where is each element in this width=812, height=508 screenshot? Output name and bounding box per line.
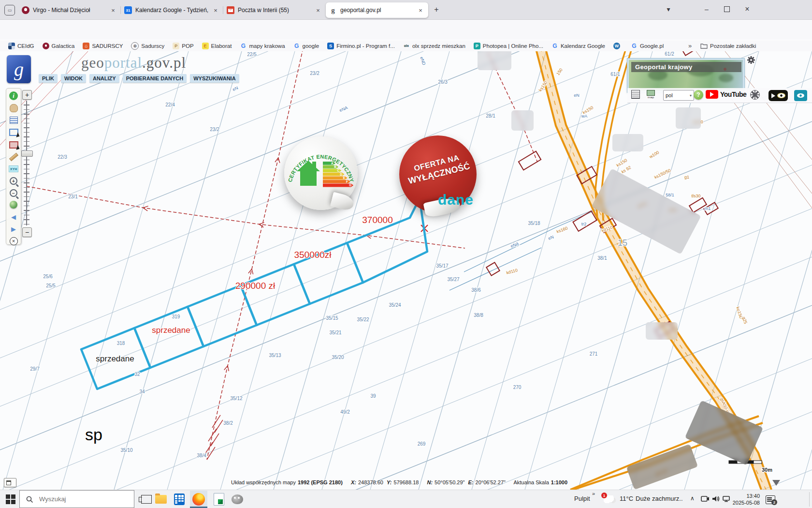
window-close-button[interactable]: × (739, 3, 755, 15)
tab-virgo[interactable]: Virgo - Michał Dzięcioł× (18, 2, 121, 18)
bookmark-item[interactable]: CEIdG (8, 43, 34, 49)
taskbar-search[interactable] (19, 490, 134, 508)
elaborat-favicon: E (202, 43, 209, 49)
grid-icon[interactable] (631, 90, 640, 99)
geoportal-logo[interactable]: g (7, 55, 31, 83)
parcel-label: 38/2 (223, 420, 233, 426)
menu-wyszukiwania[interactable]: WYSZUKIWANIA (190, 74, 239, 83)
parcel-label: 318 (117, 341, 125, 346)
utility-label: eN (232, 85, 239, 92)
show-desktop-button[interactable] (809, 492, 810, 507)
presentation-toggle-button[interactable] (768, 90, 788, 101)
meet-now-icon[interactable] (701, 495, 710, 503)
parcel-label: 271 (590, 351, 598, 357)
zoom-in-icon[interactable]: + (8, 176, 19, 186)
window-minimize-button[interactable]: – (698, 3, 715, 15)
menu-pobieranie-danych[interactable]: POBIERANIE DANYCH (123, 74, 187, 83)
weather-temp[interactable]: 11°C (620, 495, 633, 502)
file-explorer-button[interactable] (153, 493, 169, 506)
gimp-button[interactable] (229, 493, 246, 506)
bookmark-item[interactable]: EElaborat (202, 43, 232, 49)
parcel-label: 61/2 (665, 51, 674, 57)
desktop-toolbar[interactable]: Pulpit (574, 495, 590, 502)
zoom-slider-handle[interactable] (21, 150, 33, 157)
weather-desc[interactable]: Duże zachmurz... (636, 495, 683, 502)
weather-icon[interactable]: 1 (603, 495, 616, 503)
minimap-label: Geoportal krajowy (631, 62, 741, 72)
tab-poczta[interactable]: Poczta w Interii (55)× (223, 2, 326, 18)
info-icon[interactable]: i (8, 90, 19, 101)
menu-analizy[interactable]: ANALIZY (89, 74, 119, 83)
visibility-toggle-button[interactable] (794, 90, 807, 101)
tab-close-icon[interactable]: × (314, 7, 322, 14)
bookmark-item[interactable]: W (613, 43, 623, 49)
pop-favicon: P (173, 43, 179, 49)
blur-patch (646, 322, 678, 340)
pan-icon[interactable] (8, 103, 19, 113)
clear-selection-icon[interactable] (8, 139, 19, 150)
bookmark-item[interactable]: SFirmino.pl - Program f... (327, 43, 395, 49)
bookmarks-overflow-icon[interactable]: » (688, 42, 692, 49)
list-all-tabs-icon[interactable]: ▾ (660, 3, 677, 15)
tab-close-icon[interactable]: × (211, 7, 220, 14)
tab-calendar[interactable]: 31Kalendarz Google - Tydzień, w I× (121, 2, 223, 18)
utility-label: ks 92 (621, 165, 632, 174)
tab-geoportal[interactable]: ggeoportal.gov.pl× (326, 2, 428, 18)
brand-part: .gov.pl (142, 54, 186, 71)
volume-icon[interactable] (711, 495, 720, 503)
tab-close-icon[interactable]: × (416, 7, 425, 14)
bookmark-item[interactable]: ⌂SADURSCY (83, 43, 123, 49)
zoom-slider-plus-button[interactable]: + (22, 90, 32, 100)
start-button[interactable] (6, 494, 15, 504)
previous-view-icon[interactable]: ◀ (8, 211, 19, 222)
firefox-view-icon[interactable]: ▭ (4, 5, 15, 15)
full-extent-icon[interactable] (8, 199, 19, 210)
next-view-icon[interactable]: ▶ (8, 224, 19, 234)
legend-icon[interactable] (8, 115, 19, 125)
bookmark-item[interactable]: GGoogle.pl (631, 43, 664, 49)
utility-label: g25 (741, 316, 748, 324)
bookmark-item[interactable]: olxolx sprzedz mieszkan (403, 43, 465, 49)
gear-icon[interactable] (746, 55, 756, 65)
help-button[interactable]: ? (694, 90, 703, 100)
window-maximize-button[interactable] (719, 3, 735, 15)
accessibility-wheel-icon[interactable] (750, 90, 760, 100)
overview-minimap[interactable]: Geoportal krajowy (627, 59, 744, 92)
firefox-button[interactable] (190, 493, 207, 506)
bookmark-item[interactable]: PPOP (173, 43, 193, 49)
new-tab-button[interactable]: + (430, 4, 443, 15)
menu-plik[interactable]: PLIK (39, 74, 58, 83)
bookmark-item[interactable]: Gmapy krakowa (240, 43, 285, 49)
youtube-link[interactable]: YouTube (706, 90, 746, 99)
bookmark-item[interactable]: Galactica (43, 43, 75, 49)
olx-favicon: olx (403, 43, 410, 49)
tab-close-icon[interactable]: × (109, 7, 117, 14)
action-center-icon[interactable]: 2 (766, 495, 775, 504)
task-view-button[interactable] (138, 493, 155, 506)
libreoffice-calc-button[interactable] (211, 493, 227, 506)
bookmark-item[interactable]: GKalendarz Google (551, 43, 605, 49)
parcel-label: 38/8 (474, 313, 483, 318)
language-select[interactable]: pol▾ (663, 90, 694, 101)
xyh-icon[interactable]: XYH (8, 164, 19, 174)
tray-chevron-icon[interactable]: ∧ (690, 495, 695, 502)
menu-widok[interactable]: WIDOK (61, 74, 86, 83)
taskbar-clock[interactable]: 13:402025-05-08 (728, 493, 760, 506)
zoom-out-icon[interactable]: − (8, 188, 19, 198)
measure-icon[interactable] (8, 151, 19, 162)
map-corner-button[interactable] (4, 478, 16, 487)
bookmark-item[interactable]: ⊕Sadurscy (131, 42, 164, 50)
calendar-favicon: 31 (124, 6, 132, 14)
taskbar-search-input[interactable] (38, 495, 127, 503)
imap-icon[interactable]: imap (647, 90, 655, 99)
toolbar-chevron[interactable]: » (592, 491, 595, 496)
close-icon[interactable]: × (8, 236, 19, 246)
calculator-button[interactable] (171, 493, 188, 506)
other-bookmarks-button[interactable]: Pozostałe zakładki (700, 43, 756, 49)
bookmark-item[interactable]: PPhotopea | Online Pho... (474, 43, 543, 49)
select-area-icon[interactable] (8, 127, 19, 137)
bookmark-item[interactable]: Ggoogle (293, 43, 319, 49)
ceidg-favicon (8, 43, 15, 49)
zoom-slider-minus-button[interactable]: − (22, 227, 32, 237)
blur-patch (676, 107, 701, 129)
